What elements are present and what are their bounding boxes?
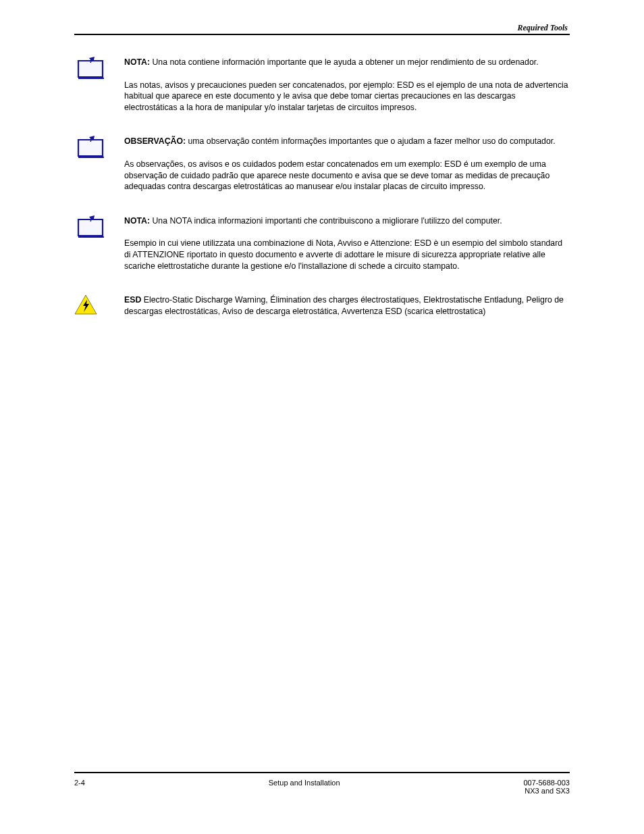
footer-page-number: 2-4 bbox=[74, 779, 85, 795]
page-footer: 2-4 Setup and Installation 007-5688-003 … bbox=[74, 772, 570, 795]
note-body-1: Una nota contiene información importante… bbox=[152, 57, 538, 67]
note-paragraph-2: Las notas, avisos y precauciones pueden … bbox=[124, 80, 570, 113]
note-text: OBSERVAÇÃO: uma observação contém inform… bbox=[124, 136, 570, 192]
electric-shock-icon bbox=[74, 294, 97, 317]
esd-block: ESD Electro-Static Discharge Warning, Él… bbox=[74, 294, 570, 317]
esd-body: Electro-Static Discharge Warning, Élimin… bbox=[124, 295, 564, 316]
note-paragraph-2: As observações, os avisos e os cuidados … bbox=[124, 159, 570, 192]
note-body-1: uma observação contém informações import… bbox=[188, 136, 556, 146]
note-icon bbox=[74, 136, 108, 160]
note-text: NOTA: Una NOTA indica informazioni impor… bbox=[124, 215, 570, 271]
note-block: NOTA: Una NOTA indica informazioni impor… bbox=[74, 215, 570, 271]
esd-text: ESD Electro-Static Discharge Warning, Él… bbox=[124, 294, 570, 317]
note-paragraph-1: NOTA: Una NOTA indica informazioni impor… bbox=[124, 215, 570, 227]
note-label: OBSERVAÇÃO: bbox=[124, 136, 186, 146]
esd-label: ESD bbox=[124, 295, 141, 305]
footer-rule: 2-4 Setup and Installation 007-5688-003 … bbox=[74, 772, 570, 795]
icon-column bbox=[74, 215, 124, 240]
icon-column bbox=[74, 136, 124, 160]
note-label: NOTA: bbox=[124, 216, 150, 226]
note-paragraph-1: OBSERVAÇÃO: uma observação contém inform… bbox=[124, 136, 570, 147]
note-icon bbox=[74, 57, 108, 81]
footer-chapter-title: Setup and Installation bbox=[269, 779, 340, 795]
page: Required Tools NOTA: Una nota contiene i… bbox=[0, 0, 644, 834]
header-section-title: Required Tools bbox=[517, 23, 568, 33]
note-text: NOTA: Una nota contiene información impo… bbox=[124, 57, 570, 113]
note-paragraph-2: Esempio in cui viene utilizzata una comb… bbox=[124, 238, 570, 271]
icon-column bbox=[74, 57, 124, 81]
header-rule bbox=[74, 34, 570, 35]
footer-model: NX3 and SX3 bbox=[523, 787, 570, 795]
note-body-1: Una NOTA indica informazioni importanti … bbox=[152, 216, 502, 226]
note-label: NOTA: bbox=[124, 57, 150, 67]
footer-doc-info: 007-5688-003 NX3 and SX3 bbox=[523, 779, 570, 795]
icon-column bbox=[74, 294, 124, 317]
note-icon bbox=[74, 215, 108, 240]
note-block: NOTA: Una nota contiene información impo… bbox=[74, 57, 570, 113]
footer-doc-number: 007-5688-003 bbox=[523, 779, 570, 787]
note-block: OBSERVAÇÃO: uma observação contém inform… bbox=[74, 136, 570, 192]
esd-paragraph: ESD Electro-Static Discharge Warning, Él… bbox=[124, 294, 570, 317]
note-paragraph-1: NOTA: Una nota contiene información impo… bbox=[124, 57, 570, 68]
